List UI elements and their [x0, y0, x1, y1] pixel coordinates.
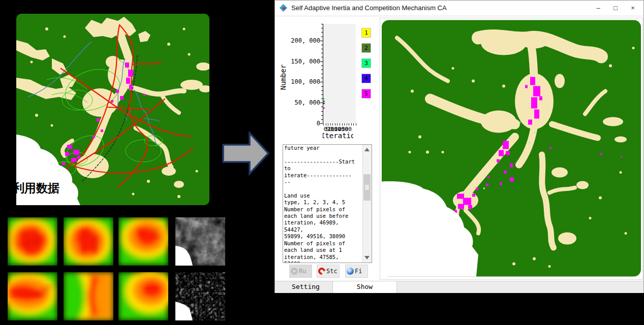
x-minor-tick — [344, 123, 345, 125]
run-icon — [291, 268, 298, 275]
legend-item-3: 3 — [361, 58, 371, 68]
y-minor-tick — [321, 86, 323, 87]
x-minor-tick — [340, 123, 340, 125]
input-map-label: 地利用数据 — [1, 180, 59, 196]
y-minor-tick — [321, 32, 323, 32]
x-minor-tick — [351, 123, 352, 125]
maximize-button[interactable]: □ — [607, 1, 624, 15]
texture-map — [175, 272, 225, 320]
x-minor-tick — [326, 123, 326, 125]
iteration-log[interactable]: future year -----------------Start to it… — [283, 144, 372, 263]
close-button[interactable]: × — [624, 1, 641, 15]
x-minor-tick — [353, 123, 354, 125]
log-text: future year -----------------Start to it… — [284, 145, 360, 263]
tab-setting[interactable]: Setting — [279, 281, 332, 293]
dem-map — [175, 217, 225, 266]
globe-icon — [347, 268, 354, 275]
x-minor-tick — [342, 123, 343, 125]
distance-factor-map-4 — [8, 272, 57, 320]
y-tick-label: 0 — [289, 120, 320, 127]
log-scrollbar[interactable] — [362, 145, 372, 263]
x-minor-tick — [349, 123, 349, 125]
y-minor-tick — [321, 28, 323, 28]
x-minor-tick — [330, 123, 331, 125]
y-minor-tick — [321, 24, 323, 24]
right-arrow — [222, 128, 270, 178]
minimize-button[interactable]: – — [590, 1, 607, 15]
app-window: Self Adaptive Inertia and Competition Me… — [274, 0, 644, 293]
tab-show[interactable]: Show — [332, 281, 397, 293]
x-minor-tick — [356, 123, 356, 125]
distance-factor-map-5 — [64, 272, 113, 320]
distance-factor-map-3 — [118, 217, 168, 266]
run-button[interactable]: Ru — [289, 265, 312, 278]
legend-item-1: 1 — [361, 28, 371, 38]
y-minor-tick — [321, 53, 323, 53]
chart-y-axis-label: Number — [279, 49, 287, 105]
y-minor-tick — [321, 123, 323, 124]
y-minor-tick — [321, 99, 323, 99]
x-minor-tick — [337, 123, 338, 125]
stop-label: Stc — [326, 268, 338, 275]
scroll-up-icon[interactable] — [364, 148, 370, 151]
y-minor-tick — [321, 82, 323, 82]
x-minor-tick — [328, 123, 328, 125]
y-major-tick — [320, 41, 323, 41]
y-major-tick — [320, 103, 323, 103]
y-minor-tick — [321, 115, 323, 116]
x-minor-tick — [332, 123, 333, 125]
distance-factor-map-6 — [118, 272, 168, 320]
legend-item-4: 4 — [361, 74, 371, 83]
y-minor-tick — [321, 103, 323, 103]
y-minor-tick — [321, 66, 323, 66]
y-minor-tick — [321, 78, 323, 78]
distance-factor-map-2 — [64, 217, 113, 266]
y-minor-tick — [321, 119, 323, 120]
app-icon — [280, 4, 288, 12]
y-minor-tick — [321, 74, 323, 74]
finish-label: Fi — [355, 268, 362, 275]
y-major-tick — [320, 123, 323, 124]
y-minor-tick — [321, 45, 323, 45]
y-tick-label: 200, 000 — [289, 37, 320, 44]
y-minor-tick — [321, 37, 323, 37]
chart-plot-area — [323, 24, 356, 123]
scrollbar-thumb[interactable] — [363, 174, 371, 201]
simulation-result-map — [382, 20, 641, 277]
landuse-input-map — [16, 14, 209, 205]
distance-factor-map-1 — [8, 217, 57, 266]
y-tick-label: 150, 000 — [289, 58, 320, 65]
x-minor-tick — [347, 123, 347, 125]
y-minor-tick — [321, 70, 323, 70]
run-label: Ru — [299, 268, 306, 275]
y-major-tick — [320, 61, 323, 62]
tab-strip: SettingShow — [275, 281, 643, 293]
y-minor-tick — [321, 61, 323, 62]
legend-item-2: 2 — [361, 43, 371, 53]
window-title: Self Adaptive Inertia and Competition Me… — [291, 4, 447, 12]
title-bar: Self Adaptive Inertia and Competition Me… — [275, 1, 643, 16]
y-tick-label: 100, 000 — [289, 78, 320, 85]
y-minor-tick — [321, 90, 323, 91]
legend-item-5: 5 — [361, 89, 371, 99]
stop-button[interactable]: Stc — [317, 265, 340, 278]
scroll-down-icon[interactable] — [364, 256, 370, 259]
y-minor-tick — [321, 94, 323, 95]
y-minor-tick — [321, 49, 323, 49]
y-minor-tick — [321, 111, 323, 112]
chart-x-axis-label: Iteration — [323, 131, 353, 140]
x-minor-tick — [323, 123, 324, 125]
stop-icon — [317, 266, 327, 276]
y-major-tick — [320, 82, 323, 82]
result-map-panel — [380, 18, 643, 280]
x-minor-tick — [335, 123, 335, 125]
y-tick-label: 50, 000 — [289, 99, 320, 106]
y-minor-tick — [321, 107, 323, 107]
y-minor-tick — [321, 57, 323, 57]
finish-button[interactable]: Fi — [345, 265, 368, 278]
y-minor-tick — [321, 41, 323, 41]
